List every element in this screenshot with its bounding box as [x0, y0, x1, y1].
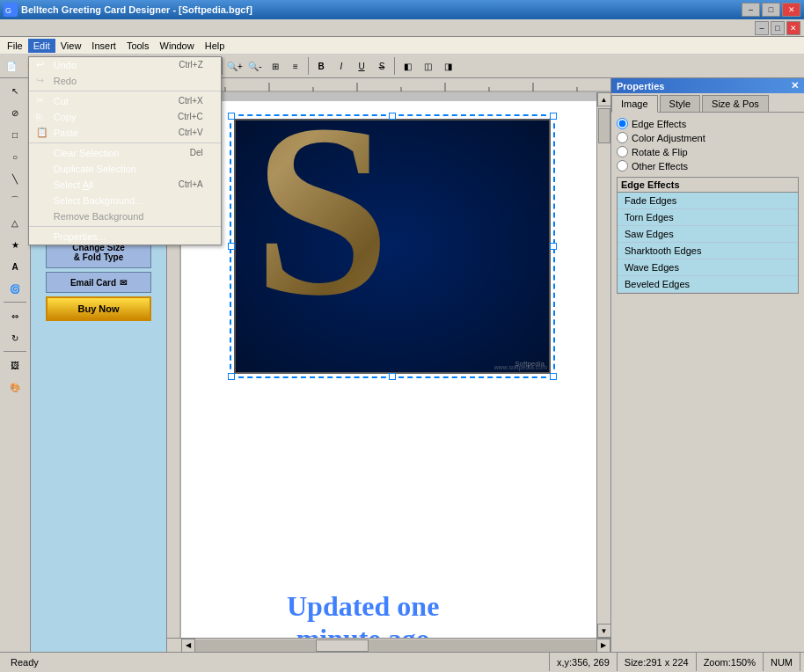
italic-button[interactable]: I — [332, 56, 351, 76]
vscroll-up[interactable]: ▲ — [597, 92, 611, 106]
zoom-in-button[interactable]: 🔍+ — [225, 56, 245, 76]
radio-color-adj[interactable]: Color Adjustment — [617, 132, 799, 143]
hscroll-right[interactable]: ▶ — [596, 639, 610, 653]
canvas-content: S Softpedia www.softpedia.com — [181, 101, 596, 638]
mdi-restore[interactable]: □ — [771, 21, 785, 35]
tab-style[interactable]: Style — [660, 95, 700, 112]
hscroll-left[interactable]: ◀ — [181, 639, 195, 653]
vscroll-track[interactable]: ▲ ▼ — [596, 92, 610, 638]
color-tool[interactable]: 🎨 — [4, 376, 26, 398]
select-tool[interactable]: ↖ — [4, 80, 26, 101]
menu-duplicate[interactable]: Duplicate Selection — [29, 161, 221, 177]
align-right-button[interactable]: ◨ — [438, 56, 457, 76]
svg-text:G: G — [5, 6, 11, 15]
zoom-out-button[interactable]: 🔍- — [245, 56, 265, 76]
handle-bm[interactable] — [389, 373, 396, 380]
menu-clear[interactable]: Clear Selection Del — [29, 145, 221, 161]
menu-insert[interactable]: Insert — [86, 39, 121, 53]
line-tool[interactable]: ╲ — [4, 168, 26, 189]
menu-redo[interactable]: ↪ Redo — [29, 73, 221, 89]
edge-wave[interactable]: Wave Edges — [618, 259, 798, 276]
minimize-button[interactable]: – — [742, 3, 760, 17]
edge-beveled[interactable]: Beveled Edges — [618, 276, 798, 293]
underline-button[interactable]: U — [352, 56, 371, 76]
updated-text: Updated oneminute ago — [287, 590, 439, 638]
spiral-tool[interactable]: 🌀 — [4, 278, 26, 299]
close-button[interactable]: ✕ — [782, 3, 800, 17]
menu-remove-background[interactable]: Remove Background — [29, 208, 221, 224]
vscroll-down[interactable]: ▼ — [597, 624, 611, 638]
left-toolbar: ↖ ⊘ □ ○ ╲ ⌒ △ ★ A 🌀 ⇔ ↻ 🖼 🎨 — [0, 78, 31, 652]
menu-copy[interactable]: ⎘ Copy Ctrl+C — [29, 109, 221, 125]
star-tool[interactable]: ★ — [4, 234, 26, 255]
curve-tool[interactable]: ⌒ — [4, 190, 26, 211]
menu-view[interactable]: View — [55, 39, 87, 53]
menu-tools[interactable]: Tools — [121, 39, 155, 53]
title-bar-text: Belltech Greeting Card Designer - [Softp… — [21, 4, 742, 15]
menu-undo[interactable]: ↩ Undo Ctrl+Z — [29, 57, 221, 73]
menu-window[interactable]: Window — [155, 39, 200, 53]
handle-br[interactable] — [550, 373, 557, 380]
s-shape: S — [253, 119, 391, 352]
align-center-button[interactable]: ◫ — [418, 56, 437, 76]
paste-icon: 📋 — [36, 127, 48, 138]
hscroll-track[interactable] — [195, 639, 596, 652]
email-card-button[interactable]: Email Card ✉ — [46, 272, 151, 293]
flip-h-tool[interactable]: ⇔ — [4, 305, 26, 326]
hscroll[interactable]: ◀ ▶ — [167, 638, 610, 652]
maximize-button[interactable]: □ — [762, 3, 780, 17]
handle-bl[interactable] — [228, 373, 235, 380]
properties-title: Properties ✕ — [611, 78, 804, 93]
handle-mr[interactable] — [550, 243, 557, 250]
menu-help[interactable]: Help — [200, 39, 230, 53]
tab-image[interactable]: Image — [611, 95, 658, 113]
toolbar-sep-4 — [222, 57, 223, 75]
new-button[interactable]: 📄 — [2, 56, 21, 76]
canvas-wrapper: S Softpedia www.softpedia.com — [167, 78, 610, 652]
menu-properties[interactable]: Properties... — [29, 229, 221, 245]
radio-edge-effects[interactable]: Edge Effects — [617, 118, 799, 129]
status-zoom: Zoom:150% — [697, 653, 764, 671]
edge-sharktooth[interactable]: Sharktooth Edges — [618, 243, 798, 259]
edge-effects-panel: Edge Effects Fade Edges Torn Edges Saw E… — [617, 177, 799, 294]
text-tool[interactable]: A — [4, 256, 26, 277]
card-image[interactable]: S Softpedia www.softpedia.com — [234, 119, 551, 374]
bold-button[interactable]: B — [311, 56, 331, 76]
handle-tr[interactable] — [550, 113, 557, 120]
buy-now-button[interactable]: Buy Now — [46, 296, 151, 321]
menu-edit[interactable]: Edit ↩ Undo Ctrl+Z ↪ Redo ✂ Cut Ctrl+X ⎘… — [28, 39, 55, 53]
sep2 — [29, 142, 221, 143]
rect-tool[interactable]: □ — [4, 124, 26, 145]
radio-other-effects[interactable]: Other Effects — [617, 160, 799, 172]
edge-fade[interactable]: Fade Edges — [618, 193, 798, 209]
watermark-url: www.softpedia.com — [494, 364, 547, 370]
strike-button[interactable]: S — [372, 56, 391, 76]
mdi-minimize[interactable]: – — [755, 21, 769, 35]
lasso-tool[interactable]: ⊘ — [4, 102, 26, 123]
rotate-tool[interactable]: ↻ — [4, 327, 26, 348]
menu-paste[interactable]: 📋 Paste Ctrl+V — [29, 125, 221, 141]
tab-size-pos[interactable]: Size & Pos — [702, 95, 769, 112]
align-button[interactable]: ≡ — [286, 56, 305, 76]
triangle-tool[interactable]: △ — [4, 212, 26, 233]
grid-button[interactable]: ⊞ — [266, 56, 285, 76]
edge-torn[interactable]: Torn Edges — [618, 209, 798, 226]
menu-file[interactable]: File — [2, 39, 28, 53]
menu-select-all[interactable]: Select All Ctrl+A — [29, 177, 221, 193]
menu-select-background[interactable]: Select Background... — [29, 193, 221, 208]
mdi-close[interactable]: ✕ — [786, 21, 800, 35]
ellipse-tool[interactable]: ○ — [4, 146, 26, 167]
properties-body: Edge Effects Color Adjustment Rotate & F… — [611, 113, 804, 652]
align-left-button[interactable]: ◧ — [398, 56, 417, 76]
hscroll-thumb[interactable] — [316, 639, 369, 652]
toolbar-sep-6 — [394, 57, 395, 75]
radio-rotate-flip[interactable]: Rotate & Flip — [617, 146, 799, 157]
properties-close[interactable]: ✕ — [791, 80, 799, 91]
toolbar-sep-5 — [308, 57, 309, 75]
vscroll-thumb[interactable] — [598, 108, 610, 143]
image-tool[interactable]: 🖼 — [4, 354, 26, 376]
edge-saw[interactable]: Saw Edges — [618, 226, 798, 243]
menu-cut[interactable]: ✂ Cut Ctrl+X — [29, 93, 221, 109]
undo-icon: ↩ — [36, 59, 44, 70]
canvas-area[interactable]: S Softpedia www.softpedia.com — [181, 92, 596, 638]
